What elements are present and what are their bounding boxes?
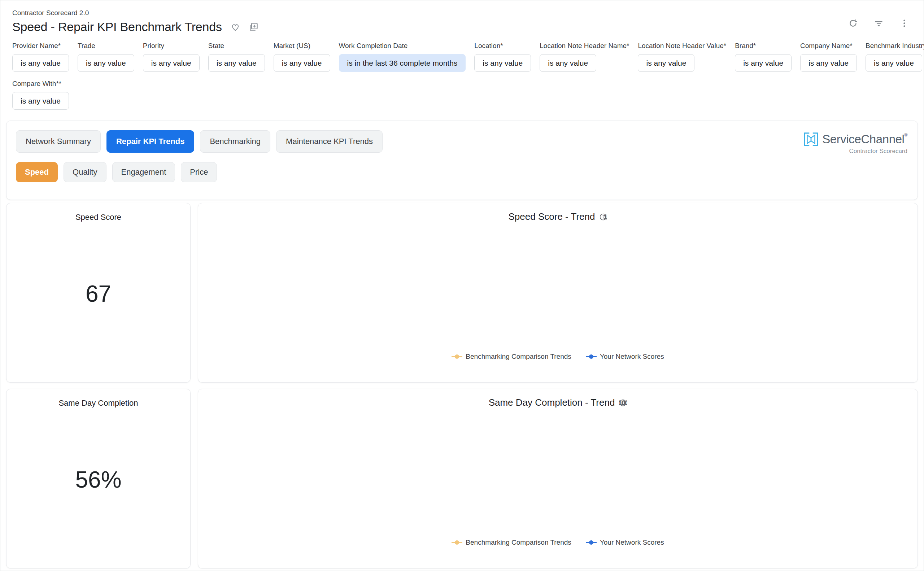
filter-location-note-header-name: Location Note Header Name*is any value — [540, 42, 629, 72]
speed-score-chart — [207, 226, 893, 350]
filter-label: Location Note Header Value* — [638, 42, 726, 50]
filter-pill-market-us[interactable]: is any value — [274, 54, 330, 72]
servicechannel-logo-icon — [803, 132, 819, 147]
filter-pill-trade[interactable]: is any value — [78, 54, 134, 72]
filter-compare-with: Compare With**is any value — [12, 80, 69, 110]
filter-pill-benchmark-industry[interactable]: is any value — [865, 54, 922, 72]
dashboard-content: Network SummaryRepair KPI TrendsBenchmar… — [0, 120, 924, 568]
app-root: Contractor Scorecard 2.0 Speed - Repair … — [0, 0, 924, 571]
filter-label: Market (US) — [274, 42, 330, 50]
report-tabs: Network SummaryRepair KPI TrendsBenchmar… — [16, 130, 908, 153]
filter-label: Location* — [474, 42, 531, 50]
filter-pill-brand[interactable]: is any value — [735, 54, 791, 72]
same-day-completion-chart — [207, 412, 893, 536]
legend-marker-icon — [452, 354, 462, 359]
filter-provider-name: Provider Name*is any value — [12, 42, 69, 72]
filter-label: Company Name* — [800, 42, 857, 50]
chart-legend: Benchmarking Comparison TrendsYour Netwo… — [207, 353, 909, 361]
filter-label: Compare With** — [12, 80, 69, 88]
navigation-card: Network SummaryRepair KPI TrendsBenchmar… — [6, 120, 918, 200]
header-actions — [848, 19, 909, 28]
info-icon[interactable]: 050100Jul'21Oct'21Jan'22Apr'22Jul'22Oct'… — [599, 213, 607, 221]
filter-pill-state[interactable]: is any value — [208, 54, 265, 72]
filter-label: Trade — [78, 42, 134, 50]
speed-score-tile: Speed Score 67 — [6, 203, 191, 383]
filter-pill-company-name[interactable]: is any value — [800, 54, 857, 72]
filter-location: Location*is any value — [474, 42, 531, 72]
legend-item-your-network-scores[interactable]: Your Network Scores — [586, 539, 664, 546]
filter-state: Stateis any value — [208, 42, 265, 72]
kpi-tile-title: Speed Score — [76, 213, 121, 222]
breadcrumb: Contractor Scorecard 2.0 — [12, 9, 909, 17]
filter-pill-location-note-header-value[interactable]: is any value — [638, 54, 694, 72]
same-day-completion-trend-panel: Same Day Completion - Trend 0%50%100%Jul… — [198, 389, 918, 568]
logo-subtitle: Contractor Scorecard — [803, 148, 907, 155]
filter-pill-provider-name[interactable]: is any value — [12, 54, 69, 72]
servicechannel-logo: ServiceChannel® Contractor Scorecard — [803, 132, 907, 155]
legend-label: Benchmarking Comparison Trends — [466, 353, 571, 361]
filter-label: Location Note Header Name* — [540, 42, 629, 50]
filter-icon[interactable] — [874, 19, 884, 28]
filter-label: Priority — [143, 42, 200, 50]
filter-pill-location[interactable]: is any value — [474, 54, 531, 72]
filter-bar-row-1: Provider Name*is any valueTradeis any va… — [12, 42, 909, 72]
tab-engagement[interactable]: Engagement — [112, 162, 176, 182]
filter-work-completion-date: Work Completion Dateis in the last 36 co… — [339, 42, 466, 72]
tab-network-summary[interactable]: Network Summary — [16, 130, 101, 153]
page-title: Speed - Repair KPI Benchmark Trends — [12, 20, 222, 34]
chart-title: Speed Score - Trend 050100Jul'21Oct'21Ja… — [207, 211, 909, 222]
svg-text:100: 100 — [604, 213, 608, 221]
chart-title: Same Day Completion - Trend 0%50%100%Jul… — [207, 397, 909, 408]
tab-quality[interactable]: Quality — [63, 162, 106, 182]
kpi-tile-title: Same Day Completion — [59, 398, 138, 408]
tab-repair-kpi-trends[interactable]: Repair KPI Trends — [106, 130, 194, 153]
svg-text:100%: 100% — [619, 399, 627, 406]
legend-item-your-network-scores[interactable]: Your Network Scores — [586, 353, 664, 361]
filter-label: Provider Name* — [12, 42, 69, 50]
filter-location-note-header-value: Location Note Header Value*is any value — [638, 42, 726, 72]
copy-report-icon[interactable] — [248, 22, 259, 32]
filter-pill-compare-with[interactable]: is any value — [12, 92, 69, 110]
filter-market-us: Market (US)is any value — [274, 42, 330, 72]
legend-marker-icon — [586, 540, 597, 545]
legend-marker-icon — [452, 540, 462, 545]
legend-label: Your Network Scores — [600, 353, 664, 361]
legend-item-benchmarking-comparison-trends[interactable]: Benchmarking Comparison Trends — [452, 353, 571, 361]
filter-label: Work Completion Date — [339, 42, 466, 50]
filter-bar-row-2: Compare With**is any value — [12, 80, 909, 110]
legend-item-benchmarking-comparison-trends[interactable]: Benchmarking Comparison Trends — [452, 539, 571, 546]
favorite-heart-icon[interactable] — [230, 22, 241, 32]
logo-name: ServiceChannel® — [822, 133, 907, 146]
legend-label: Your Network Scores — [600, 539, 664, 546]
page-header: Contractor Scorecard 2.0 Speed - Repair … — [0, 0, 924, 110]
speed-score-trend-panel: Speed Score - Trend 050100Jul'21Oct'21Ja… — [198, 203, 918, 383]
chart-legend: Benchmarking Comparison TrendsYour Netwo… — [207, 539, 909, 546]
tab-benchmarking[interactable]: Benchmarking — [200, 130, 270, 153]
filter-label: Benchmark Industry** — [865, 42, 924, 50]
filter-brand: Brand*is any value — [735, 42, 791, 72]
filter-priority: Priorityis any value — [143, 42, 200, 72]
filter-benchmark-industry: Benchmark Industry**is any value — [865, 42, 924, 72]
same-day-completion-tile: Same Day Completion 56% — [6, 389, 191, 568]
filter-company-name: Company Name*is any value — [800, 42, 857, 72]
refresh-icon[interactable] — [848, 19, 858, 28]
filter-pill-location-note-header-name[interactable]: is any value — [540, 54, 596, 72]
filter-pill-priority[interactable]: is any value — [143, 54, 200, 72]
legend-label: Benchmarking Comparison Trends — [466, 539, 571, 546]
tab-maintenance-kpi-trends[interactable]: Maintenance KPI Trends — [276, 130, 383, 153]
kpi-tabs: SpeedQualityEngagementPrice — [16, 162, 908, 182]
tab-price[interactable]: Price — [181, 162, 217, 182]
filter-label: State — [208, 42, 265, 50]
filter-pill-work-completion-date[interactable]: is in the last 36 complete months — [339, 54, 466, 72]
filter-label: Brand* — [735, 42, 791, 50]
kpi-tile-value: 67 — [86, 281, 111, 307]
more-options-icon[interactable] — [899, 19, 909, 28]
legend-marker-icon — [586, 354, 597, 359]
info-icon[interactable]: 0%50%100%Jul'21Oct'21Jan'22Apr'22Jul'22O… — [619, 399, 627, 407]
tab-speed[interactable]: Speed — [16, 162, 58, 182]
filter-trade: Tradeis any value — [78, 42, 134, 72]
kpi-tile-value: 56% — [75, 466, 121, 493]
